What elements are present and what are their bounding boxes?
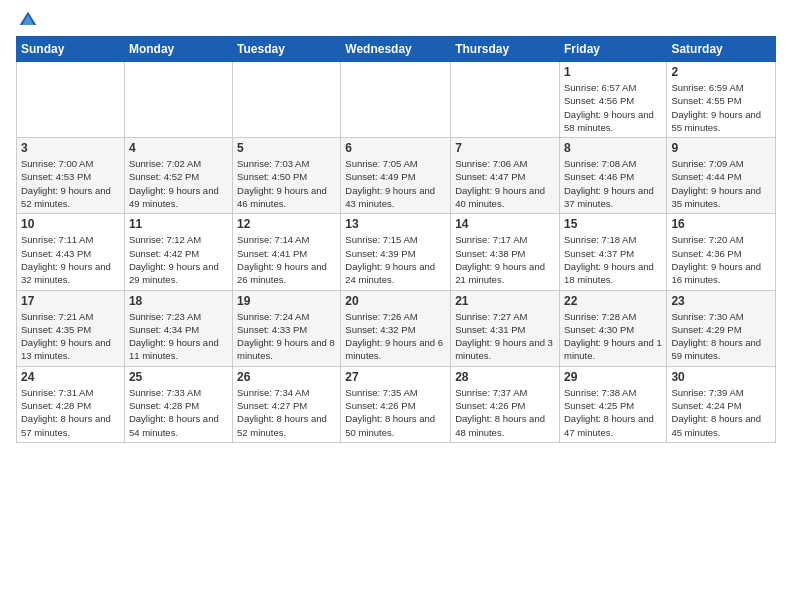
- day-number: 27: [345, 370, 446, 384]
- calendar-cell: 3Sunrise: 7:00 AM Sunset: 4:53 PM Daylig…: [17, 138, 125, 214]
- day-info: Sunrise: 7:33 AM Sunset: 4:28 PM Dayligh…: [129, 386, 228, 439]
- calendar-header: SundayMondayTuesdayWednesdayThursdayFrid…: [17, 37, 776, 62]
- calendar-cell: 15Sunrise: 7:18 AM Sunset: 4:37 PM Dayli…: [559, 214, 666, 290]
- day-number: 30: [671, 370, 771, 384]
- calendar-cell: 24Sunrise: 7:31 AM Sunset: 4:28 PM Dayli…: [17, 366, 125, 442]
- calendar-cell: 28Sunrise: 7:37 AM Sunset: 4:26 PM Dayli…: [451, 366, 560, 442]
- logo-icon: [18, 10, 38, 30]
- calendar-cell: [124, 62, 232, 138]
- day-number: 13: [345, 217, 446, 231]
- calendar-cell: 1Sunrise: 6:57 AM Sunset: 4:56 PM Daylig…: [559, 62, 666, 138]
- weekday-header-thursday: Thursday: [451, 37, 560, 62]
- calendar-cell: 20Sunrise: 7:26 AM Sunset: 4:32 PM Dayli…: [341, 290, 451, 366]
- day-number: 21: [455, 294, 555, 308]
- day-number: 9: [671, 141, 771, 155]
- day-info: Sunrise: 7:21 AM Sunset: 4:35 PM Dayligh…: [21, 310, 120, 363]
- day-info: Sunrise: 7:23 AM Sunset: 4:34 PM Dayligh…: [129, 310, 228, 363]
- day-number: 3: [21, 141, 120, 155]
- day-number: 8: [564, 141, 662, 155]
- day-info: Sunrise: 7:20 AM Sunset: 4:36 PM Dayligh…: [671, 233, 771, 286]
- day-number: 23: [671, 294, 771, 308]
- logo-text: [16, 10, 38, 30]
- calendar-cell: 8Sunrise: 7:08 AM Sunset: 4:46 PM Daylig…: [559, 138, 666, 214]
- day-info: Sunrise: 7:08 AM Sunset: 4:46 PM Dayligh…: [564, 157, 662, 210]
- day-info: Sunrise: 7:15 AM Sunset: 4:39 PM Dayligh…: [345, 233, 446, 286]
- day-info: Sunrise: 7:31 AM Sunset: 4:28 PM Dayligh…: [21, 386, 120, 439]
- weekday-header-sunday: Sunday: [17, 37, 125, 62]
- calendar-cell: 14Sunrise: 7:17 AM Sunset: 4:38 PM Dayli…: [451, 214, 560, 290]
- calendar-cell: 12Sunrise: 7:14 AM Sunset: 4:41 PM Dayli…: [233, 214, 341, 290]
- calendar-cell: 2Sunrise: 6:59 AM Sunset: 4:55 PM Daylig…: [667, 62, 776, 138]
- day-info: Sunrise: 7:30 AM Sunset: 4:29 PM Dayligh…: [671, 310, 771, 363]
- day-info: Sunrise: 6:57 AM Sunset: 4:56 PM Dayligh…: [564, 81, 662, 134]
- day-info: Sunrise: 7:38 AM Sunset: 4:25 PM Dayligh…: [564, 386, 662, 439]
- day-info: Sunrise: 7:02 AM Sunset: 4:52 PM Dayligh…: [129, 157, 228, 210]
- day-number: 2: [671, 65, 771, 79]
- day-number: 16: [671, 217, 771, 231]
- day-info: Sunrise: 7:26 AM Sunset: 4:32 PM Dayligh…: [345, 310, 446, 363]
- calendar-table: SundayMondayTuesdayWednesdayThursdayFrid…: [16, 36, 776, 443]
- day-number: 25: [129, 370, 228, 384]
- calendar-cell: 5Sunrise: 7:03 AM Sunset: 4:50 PM Daylig…: [233, 138, 341, 214]
- day-info: Sunrise: 7:24 AM Sunset: 4:33 PM Dayligh…: [237, 310, 336, 363]
- calendar-cell: 19Sunrise: 7:24 AM Sunset: 4:33 PM Dayli…: [233, 290, 341, 366]
- header: [16, 10, 776, 30]
- weekday-header-wednesday: Wednesday: [341, 37, 451, 62]
- day-number: 14: [455, 217, 555, 231]
- calendar-cell: 17Sunrise: 7:21 AM Sunset: 4:35 PM Dayli…: [17, 290, 125, 366]
- day-info: Sunrise: 6:59 AM Sunset: 4:55 PM Dayligh…: [671, 81, 771, 134]
- calendar-cell: 10Sunrise: 7:11 AM Sunset: 4:43 PM Dayli…: [17, 214, 125, 290]
- calendar-cell: [341, 62, 451, 138]
- calendar-cell: 25Sunrise: 7:33 AM Sunset: 4:28 PM Dayli…: [124, 366, 232, 442]
- day-info: Sunrise: 7:14 AM Sunset: 4:41 PM Dayligh…: [237, 233, 336, 286]
- calendar-cell: [17, 62, 125, 138]
- day-info: Sunrise: 7:37 AM Sunset: 4:26 PM Dayligh…: [455, 386, 555, 439]
- day-number: 10: [21, 217, 120, 231]
- day-number: 19: [237, 294, 336, 308]
- day-number: 20: [345, 294, 446, 308]
- day-info: Sunrise: 7:18 AM Sunset: 4:37 PM Dayligh…: [564, 233, 662, 286]
- day-info: Sunrise: 7:34 AM Sunset: 4:27 PM Dayligh…: [237, 386, 336, 439]
- calendar-cell: [451, 62, 560, 138]
- calendar-cell: 26Sunrise: 7:34 AM Sunset: 4:27 PM Dayli…: [233, 366, 341, 442]
- calendar-cell: 13Sunrise: 7:15 AM Sunset: 4:39 PM Dayli…: [341, 214, 451, 290]
- calendar-body: 1Sunrise: 6:57 AM Sunset: 4:56 PM Daylig…: [17, 62, 776, 443]
- day-info: Sunrise: 7:35 AM Sunset: 4:26 PM Dayligh…: [345, 386, 446, 439]
- day-number: 4: [129, 141, 228, 155]
- calendar-cell: 4Sunrise: 7:02 AM Sunset: 4:52 PM Daylig…: [124, 138, 232, 214]
- day-info: Sunrise: 7:00 AM Sunset: 4:53 PM Dayligh…: [21, 157, 120, 210]
- day-info: Sunrise: 7:39 AM Sunset: 4:24 PM Dayligh…: [671, 386, 771, 439]
- calendar-cell: 23Sunrise: 7:30 AM Sunset: 4:29 PM Dayli…: [667, 290, 776, 366]
- day-number: 22: [564, 294, 662, 308]
- day-info: Sunrise: 7:06 AM Sunset: 4:47 PM Dayligh…: [455, 157, 555, 210]
- calendar-cell: 29Sunrise: 7:38 AM Sunset: 4:25 PM Dayli…: [559, 366, 666, 442]
- calendar-week-1: 1Sunrise: 6:57 AM Sunset: 4:56 PM Daylig…: [17, 62, 776, 138]
- weekday-header-saturday: Saturday: [667, 37, 776, 62]
- calendar-week-3: 10Sunrise: 7:11 AM Sunset: 4:43 PM Dayli…: [17, 214, 776, 290]
- day-number: 17: [21, 294, 120, 308]
- day-number: 6: [345, 141, 446, 155]
- calendar-cell: 7Sunrise: 7:06 AM Sunset: 4:47 PM Daylig…: [451, 138, 560, 214]
- calendar-cell: 16Sunrise: 7:20 AM Sunset: 4:36 PM Dayli…: [667, 214, 776, 290]
- weekday-header-tuesday: Tuesday: [233, 37, 341, 62]
- day-info: Sunrise: 7:28 AM Sunset: 4:30 PM Dayligh…: [564, 310, 662, 363]
- day-number: 29: [564, 370, 662, 384]
- calendar-cell: [233, 62, 341, 138]
- day-number: 26: [237, 370, 336, 384]
- calendar-cell: 27Sunrise: 7:35 AM Sunset: 4:26 PM Dayli…: [341, 366, 451, 442]
- day-info: Sunrise: 7:12 AM Sunset: 4:42 PM Dayligh…: [129, 233, 228, 286]
- day-number: 12: [237, 217, 336, 231]
- day-number: 18: [129, 294, 228, 308]
- day-number: 24: [21, 370, 120, 384]
- day-info: Sunrise: 7:27 AM Sunset: 4:31 PM Dayligh…: [455, 310, 555, 363]
- calendar-cell: 30Sunrise: 7:39 AM Sunset: 4:24 PM Dayli…: [667, 366, 776, 442]
- day-info: Sunrise: 7:17 AM Sunset: 4:38 PM Dayligh…: [455, 233, 555, 286]
- calendar-cell: 9Sunrise: 7:09 AM Sunset: 4:44 PM Daylig…: [667, 138, 776, 214]
- day-number: 15: [564, 217, 662, 231]
- calendar-page: SundayMondayTuesdayWednesdayThursdayFrid…: [0, 0, 792, 612]
- day-number: 11: [129, 217, 228, 231]
- calendar-cell: 18Sunrise: 7:23 AM Sunset: 4:34 PM Dayli…: [124, 290, 232, 366]
- day-info: Sunrise: 7:03 AM Sunset: 4:50 PM Dayligh…: [237, 157, 336, 210]
- calendar-cell: 22Sunrise: 7:28 AM Sunset: 4:30 PM Dayli…: [559, 290, 666, 366]
- calendar-week-5: 24Sunrise: 7:31 AM Sunset: 4:28 PM Dayli…: [17, 366, 776, 442]
